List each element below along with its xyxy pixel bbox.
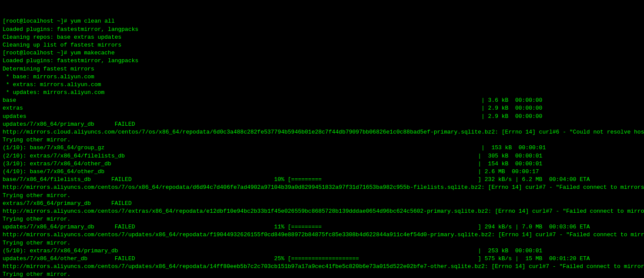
terminal-line: (1/10): base/7/x86_64/group_gz | 153 kB … [3,144,641,152]
terminal-line: http://mirrors.aliyuncs.com/centos/7/os/… [3,184,641,191]
terminal-line: extras | 2.9 kB 00:00:00 [3,104,641,112]
terminal-line: Cleaning up list of fastest mirrors [3,41,641,49]
terminal-line: http://mirrors.aliyuncs.com/centos/7/ext… [3,208,641,215]
terminal-line: Trying other mirror. [3,136,641,144]
terminal-line: Loaded plugins: fastestmirror, langpacks [3,57,641,65]
terminal-line: http://mirrors.cloud.aliyuncs.com/centos… [3,128,641,136]
terminal-line: (4/10): base/7/x86_64/other_db | 2.6 MB … [3,168,641,176]
terminal-line: Cleaning repos: base extras updates [3,33,641,41]
terminal: [root@localhost ~]# yum clean allLoaded … [0,0,644,278]
terminal-line: Loaded plugins: fastestmirror, langpacks [3,26,641,33]
terminal-line: Trying other mirror. [3,192,641,200]
terminal-line: updates | 2.9 kB 00:00:00 [3,113,641,121]
terminal-line: http://mirrors.aliyuncs.com/centos/7/upd… [3,231,641,239]
terminal-line: http://mirrors.aliyuncs.com/centos/7/upd… [3,263,641,271]
terminal-line: * base: mirrors.aliyun.com [3,73,641,81]
terminal-line: Determining fastest mirrors [3,65,641,73]
terminal-line: [root@localhost ~]# yum makecache [3,49,641,57]
terminal-line: base | 3.6 kB 00:00:00 [3,97,641,104]
terminal-line: base/7/x86_64/filelists_db FAILED 10% [=… [3,176,641,184]
terminal-line: updates/7/x86_64/primary_db FAILED 11% [… [3,223,641,231]
terminal-line: Trying other mirror. [3,239,641,247]
terminal-line: (3/10): extras/7/x86_64/other_db | 154 k… [3,160,641,168]
terminal-line: updates/7/x86_64/primary_db FAILED [3,121,641,128]
terminal-line: updates/7/x86_64/other_db FAILED 25% [==… [3,255,641,263]
terminal-line: (5/10): extras/7/x86_64/primary_db | 253… [3,247,641,255]
terminal-line: Trying other mirror. [3,271,641,278]
terminal-line: * updates: mirrors.aliyun.com [3,89,641,97]
terminal-line: (2/10): extras/7/x86_64/filelists_db | 3… [3,152,641,160]
terminal-line: * extras: mirrors.aliyun.com [3,81,641,89]
terminal-line: extras/7/x86_64/primary_db FAILED [3,200,641,208]
terminal-line: [root@localhost ~]# yum clean all [3,17,641,25]
terminal-line: Trying other mirror. [3,215,641,223]
